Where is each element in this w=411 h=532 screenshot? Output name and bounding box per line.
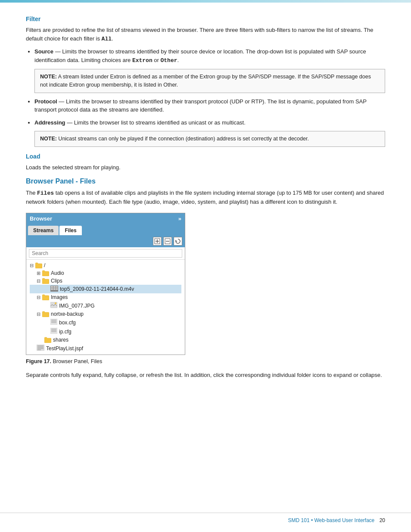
tree-file-playlist[interactable]: TestPlayList.jspf bbox=[30, 344, 181, 353]
file-icon-cfg2 bbox=[50, 328, 57, 335]
image-file-icon bbox=[50, 302, 57, 308]
folder-icon-clips bbox=[42, 278, 49, 284]
page-content: Filter Filters are provided to refine th… bbox=[0, 3, 411, 410]
svg-rect-18 bbox=[50, 328, 57, 334]
tree-images: ⊟ Images bbox=[30, 293, 181, 301]
note-box-source: NOTE: A stream listed under Extron is de… bbox=[34, 69, 385, 93]
toggle-shares-empty bbox=[37, 337, 43, 343]
tree-images-label: Images bbox=[51, 294, 68, 300]
note-box-addressing: NOTE: Unicast streams can only be played… bbox=[34, 131, 385, 147]
file-icon-cfg1 bbox=[50, 319, 57, 326]
figure-caption-label: Figure 17. bbox=[26, 358, 51, 364]
protocol-label: Protocol bbox=[34, 98, 57, 105]
load-text: Loads the selected stream for playing. bbox=[26, 163, 385, 172]
collapse-all-button[interactable] bbox=[163, 237, 172, 246]
tree-audio: ⊞ Audio bbox=[30, 269, 181, 277]
filter-bullets: Source — Limits the browser to streams i… bbox=[34, 47, 385, 147]
svg-rect-7 bbox=[53, 286, 56, 288]
tree-file-boxcfg[interactable]: box.cfg bbox=[30, 318, 181, 327]
filter-heading: Filter bbox=[26, 16, 385, 22]
folder-icon-shares-closed bbox=[44, 337, 51, 343]
browser-expand-icon[interactable]: » bbox=[178, 215, 181, 222]
addressing-label: Addressing bbox=[34, 119, 65, 126]
tree-nortxe-label: nortxe-backup bbox=[51, 311, 84, 317]
playlist-file-icon bbox=[37, 345, 44, 351]
folder-icon-root bbox=[35, 262, 42, 268]
file-icon-video bbox=[50, 286, 58, 292]
file-tree: ⊟ / ⊞ Audio ⊟ bbox=[26, 260, 185, 355]
video-file-icon bbox=[50, 286, 58, 292]
filter-bullet-addressing: Addressing — Limits the browser list to … bbox=[34, 118, 385, 147]
filter-section: Filter Filters are provided to refine th… bbox=[26, 16, 385, 147]
svg-rect-11 bbox=[56, 288, 58, 290]
tree-file-img-label: IMG_0077.JPG bbox=[59, 303, 95, 309]
file-icon-playlist bbox=[37, 345, 44, 352]
footer-page-number: 20 bbox=[380, 517, 385, 523]
load-heading: Load bbox=[26, 153, 385, 160]
search-input[interactable] bbox=[29, 249, 182, 258]
folder-icon-images bbox=[42, 294, 49, 300]
tree-file-boxcfg-label: box.cfg bbox=[59, 320, 76, 326]
filter-bullet-source: Source — Limits the browser to streams i… bbox=[34, 47, 385, 93]
svg-rect-10 bbox=[53, 288, 56, 290]
toggle-clips[interactable]: ⊟ bbox=[37, 278, 40, 284]
cfg-file-icon-2 bbox=[50, 328, 57, 334]
footer-product: SMD 101 • Web-based User Interface 20 bbox=[288, 517, 385, 523]
toggle-nortxe[interactable]: ⊟ bbox=[37, 311, 40, 317]
browser-panel-widget: Browser » Streams Files bbox=[26, 213, 185, 355]
svg-rect-14 bbox=[50, 319, 57, 325]
browser-title-bar: Browser » bbox=[26, 213, 185, 224]
svg-rect-8 bbox=[56, 286, 58, 288]
browser-tabs: Streams Files bbox=[26, 224, 185, 235]
tree-file-img[interactable]: IMG_0077.JPG bbox=[30, 301, 181, 310]
footer: SMD 101 • Web-based User Interface 20 bbox=[0, 513, 411, 523]
tree-shares: shares bbox=[30, 336, 181, 344]
browser-panel-section: Browser Panel - Files The Files tab open… bbox=[26, 177, 385, 379]
refresh-button[interactable] bbox=[174, 237, 182, 246]
tree-nortxe: ⊟ nortxe-backup bbox=[30, 310, 181, 318]
toggle-root[interactable]: ⊟ bbox=[30, 263, 34, 268]
tree-file-top5[interactable]: top5_2009-02-11-214044-0.m4v bbox=[30, 285, 181, 293]
tree-file-ipcfg-label: ip.cfg bbox=[59, 329, 72, 335]
browser-panel-summary: Separate controls fully expand, fully co… bbox=[26, 371, 385, 380]
browser-panel-heading: Browser Panel - Files bbox=[26, 177, 385, 185]
toggle-audio[interactable]: ⊞ bbox=[37, 271, 40, 276]
browser-panel-intro: The Files tab opens a list of available … bbox=[26, 189, 385, 206]
tree-file-top5-label: top5_2009-02-11-214044-0.m4v bbox=[60, 286, 134, 292]
browser-toolbar bbox=[26, 235, 185, 247]
tree-root-label: / bbox=[44, 262, 45, 268]
source-label: Source bbox=[34, 48, 53, 55]
folder-icon-nortxe bbox=[42, 311, 49, 317]
tree-audio-label: Audio bbox=[51, 270, 64, 276]
expand-all-button[interactable] bbox=[153, 237, 162, 246]
folder-icon-audio bbox=[42, 270, 49, 276]
file-icon-image bbox=[50, 302, 57, 309]
filter-intro: Filters are provided to refine the list … bbox=[26, 26, 385, 43]
search-container bbox=[26, 247, 185, 260]
browser-title-label: Browser bbox=[30, 215, 52, 222]
svg-point-13 bbox=[55, 302, 56, 304]
load-section: Load Loads the selected stream for playi… bbox=[26, 153, 385, 172]
toggle-images[interactable]: ⊟ bbox=[37, 295, 40, 300]
tree-file-ipcfg[interactable]: ip.cfg bbox=[30, 327, 181, 336]
tree-file-playlist-label: TestPlayList.jspf bbox=[46, 345, 83, 352]
tree-clips-label: Clips bbox=[51, 278, 62, 284]
tab-streams[interactable]: Streams bbox=[28, 226, 59, 235]
figure-caption-text: Browser Panel, Files bbox=[51, 358, 102, 364]
svg-rect-6 bbox=[51, 286, 53, 288]
svg-rect-9 bbox=[51, 288, 53, 290]
tree-root: ⊟ / bbox=[30, 261, 181, 269]
tree-clips: ⊟ Clips bbox=[30, 277, 181, 285]
tab-files[interactable]: Files bbox=[59, 226, 81, 235]
tree-shares-label: shares bbox=[53, 337, 68, 343]
filter-bullet-protocol: Protocol — Limits the browser to streams… bbox=[34, 97, 385, 114]
cfg-file-icon-1 bbox=[50, 319, 57, 325]
figure-caption: Figure 17. Browser Panel, Files bbox=[26, 358, 385, 366]
